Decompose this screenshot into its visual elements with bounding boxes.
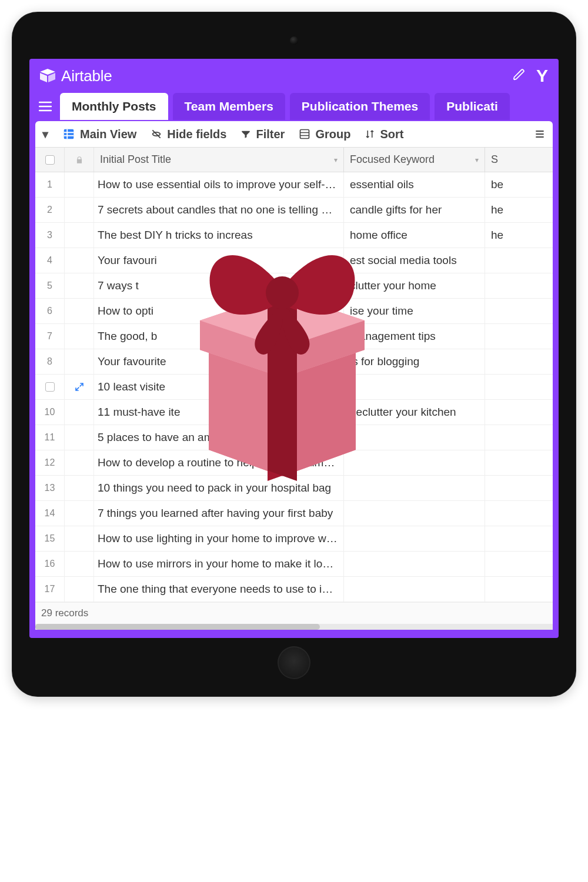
cell-title[interactable]: 7 things you learned after having your f… xyxy=(94,501,344,526)
expand-record-icon[interactable] xyxy=(65,375,94,399)
table-row[interactable]: 1How to use essential oils to improve yo… xyxy=(35,172,553,198)
table-row[interactable]: 16How to use mirrors in your home to mak… xyxy=(35,552,553,577)
cell-s[interactable] xyxy=(485,476,520,500)
cell-title[interactable]: How to develop a routine to help you sav… xyxy=(94,450,344,475)
table-row[interactable]: 27 secrets about candles that no one is … xyxy=(35,198,553,223)
horizontal-scrollbar[interactable] xyxy=(35,624,553,630)
row-number: 5 xyxy=(35,273,65,298)
cell-title[interactable]: Your favouri xyxy=(94,248,344,273)
app-logo[interactable]: Airtable xyxy=(39,67,112,85)
chevron-down-icon[interactable]: ▾ xyxy=(475,156,479,164)
filter-button[interactable]: Filter xyxy=(240,128,285,141)
cell-s[interactable] xyxy=(485,324,520,349)
sort-button[interactable]: Sort xyxy=(365,128,403,141)
expand-placeholder xyxy=(65,476,94,500)
cell-keyword[interactable]: management tips xyxy=(344,324,485,349)
cell-title[interactable]: 7 ways t xyxy=(94,273,344,298)
table-row[interactable]: 7The good, bmanagement tips xyxy=(35,324,553,349)
row-height-button[interactable] xyxy=(534,128,546,140)
cell-title[interactable]: The good, b xyxy=(94,324,344,349)
cell-s[interactable] xyxy=(485,425,520,450)
cell-title[interactable]: Your favourite xyxy=(94,349,344,374)
select-all-checkbox[interactable] xyxy=(35,148,65,172)
tab-team-members[interactable]: Team Members xyxy=(173,93,285,120)
cell-title[interactable]: 11 must-have ite xyxy=(94,400,344,425)
cell-s[interactable] xyxy=(485,349,520,374)
cell-s[interactable] xyxy=(485,273,520,298)
cell-s[interactable] xyxy=(485,552,520,576)
cell-s[interactable] xyxy=(485,400,520,425)
cell-s[interactable] xyxy=(485,375,520,399)
cell-s[interactable]: be xyxy=(485,172,520,197)
cell-title[interactable]: How to use mirrors in your home to make … xyxy=(94,552,344,576)
cell-keyword[interactable]: clutter your home xyxy=(344,273,485,298)
tab-publication-themes[interactable]: Publication Themes xyxy=(290,93,430,120)
row-checkbox[interactable] xyxy=(35,375,65,399)
cell-title[interactable]: How to opti xyxy=(94,299,344,323)
table-row[interactable]: 57 ways tclutter your home xyxy=(35,273,553,299)
group-button[interactable]: Group xyxy=(299,128,350,141)
cell-keyword[interactable] xyxy=(344,450,485,475)
table-row[interactable]: 147 things you learned after having your… xyxy=(35,501,553,526)
cell-s[interactable] xyxy=(485,577,520,602)
cell-s[interactable] xyxy=(485,248,520,273)
chevron-down-icon[interactable]: ▾ xyxy=(334,156,338,164)
cell-keyword[interactable] xyxy=(344,501,485,526)
expand-placeholder xyxy=(65,172,94,197)
cell-title[interactable]: 10 things you need to pack in your hospi… xyxy=(94,476,344,500)
cell-title[interactable]: How to use essential oils to improve you… xyxy=(94,172,344,197)
cell-keyword[interactable] xyxy=(344,526,485,551)
cell-s[interactable]: he xyxy=(485,223,520,248)
edit-icon[interactable] xyxy=(513,68,526,83)
cell-keyword[interactable] xyxy=(344,476,485,500)
table-row[interactable]: 10 least visite xyxy=(35,375,553,400)
table-row[interactable]: 1011 must-have itedeclutter your kitchen xyxy=(35,400,553,425)
cell-keyword[interactable]: declutter your kitchen xyxy=(344,400,485,425)
cell-title[interactable]: 5 places to have an ama xyxy=(94,425,344,450)
view-switcher[interactable]: ▾ xyxy=(42,127,48,141)
table-row[interactable]: 8Your favouritels for blogging xyxy=(35,349,553,375)
cell-title[interactable]: The best DIY h tricks to increas xyxy=(94,223,344,248)
table-row[interactable]: 3The best DIY h tricks to increashome of… xyxy=(35,223,553,248)
column-header-s[interactable]: S xyxy=(485,148,520,172)
column-s-label: S xyxy=(491,153,498,166)
hamburger-icon[interactable] xyxy=(35,101,55,112)
cell-title[interactable]: The one thing that everyone needs to use… xyxy=(94,577,344,602)
cell-keyword[interactable]: est social media tools xyxy=(344,248,485,273)
table-row[interactable]: 1310 things you need to pack in your hos… xyxy=(35,476,553,501)
cell-title[interactable]: 10 least visite xyxy=(94,375,344,399)
cell-s[interactable] xyxy=(485,299,520,323)
hide-fields-button[interactable]: Hide fields xyxy=(151,128,226,141)
cell-keyword[interactable]: home office xyxy=(344,223,485,248)
table-row[interactable]: 4Your favouriest social media tools xyxy=(35,248,553,273)
group-label: Group xyxy=(315,128,350,141)
cell-keyword[interactable] xyxy=(344,577,485,602)
table-row[interactable]: 15How to use lighting in your home to im… xyxy=(35,526,553,552)
table-row[interactable]: 12How to develop a routine to help you s… xyxy=(35,450,553,476)
home-button[interactable] xyxy=(278,646,310,679)
cell-keyword[interactable] xyxy=(344,425,485,450)
column-header-keyword[interactable]: Focused Keyword ▾ xyxy=(344,148,485,172)
cell-keyword[interactable]: ls for blogging xyxy=(344,349,485,374)
scrollbar-thumb[interactable] xyxy=(35,624,320,630)
cell-s[interactable]: he xyxy=(485,198,520,222)
cell-s[interactable] xyxy=(485,450,520,475)
cell-keyword[interactable] xyxy=(344,375,485,399)
cell-s[interactable] xyxy=(485,501,520,526)
row-number: 14 xyxy=(35,501,65,526)
cell-keyword[interactable]: essential oils xyxy=(344,172,485,197)
cell-s[interactable] xyxy=(485,526,520,551)
cell-title[interactable]: 7 secrets about candles that no one is t… xyxy=(94,198,344,222)
table-row[interactable]: 17The one thing that everyone needs to u… xyxy=(35,577,553,602)
tab-monthly-posts[interactable]: Monthly Posts xyxy=(60,93,168,120)
main-view-button[interactable]: Main View xyxy=(62,128,136,141)
cell-keyword[interactable]: ise your time xyxy=(344,299,485,323)
column-header-title[interactable]: Initial Post Title ▾ xyxy=(94,148,344,172)
table-row[interactable]: 115 places to have an ama xyxy=(35,425,553,450)
cell-title[interactable]: How to use lighting in your home to impr… xyxy=(94,526,344,551)
cell-keyword[interactable] xyxy=(344,552,485,576)
chevron-down-icon: ▾ xyxy=(42,127,48,141)
cell-keyword[interactable]: candle gifts for her xyxy=(344,198,485,222)
tab-publication-partial[interactable]: Publicati xyxy=(435,93,510,120)
table-row[interactable]: 6How to optiise your time xyxy=(35,299,553,324)
